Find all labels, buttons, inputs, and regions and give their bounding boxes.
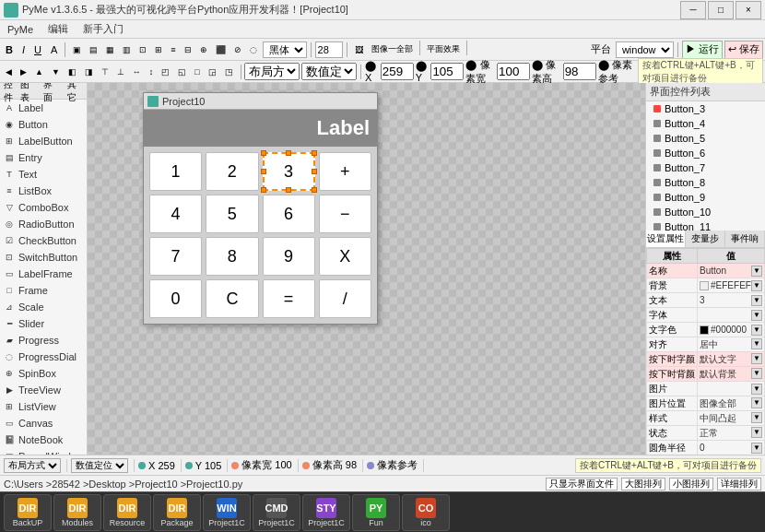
widget-item-treeview[interactable]: ▶ TreeView	[0, 382, 87, 398]
pos-mode-select[interactable]: 数值定位	[301, 63, 357, 80]
project-title-bar[interactable]: Project10	[144, 93, 377, 110]
prop-edit-btn-12[interactable]: ▼	[751, 443, 762, 454]
dock-item-4[interactable]: WIN Project1C	[203, 494, 251, 531]
prop-val-9[interactable]: 图像全部 ▼	[698, 396, 765, 411]
prop-val-5[interactable]: 居中 ▼	[698, 337, 765, 352]
right-widget-item-4[interactable]: Button_7	[646, 160, 765, 175]
small-grid-button[interactable]: 小图排列	[669, 478, 713, 491]
prop-edit-btn-0[interactable]: ▼	[751, 266, 762, 277]
calc-btn-=[interactable]: =	[263, 279, 315, 318]
left-tab-other[interactable]: 其它	[64, 83, 87, 99]
right-widget-item-1[interactable]: Button_4	[646, 116, 765, 131]
widget-item-scale[interactable]: ⊿ Scale	[0, 299, 87, 315]
left-tab-controls[interactable]: 控件	[0, 83, 17, 99]
maximize-button[interactable]: □	[708, 1, 734, 19]
calc-btn-8[interactable]: 8	[206, 237, 258, 276]
widget-item-progressdial[interactable]: ◌ ProgressDial	[0, 349, 87, 365]
tb-icon9[interactable]: ⊕	[196, 41, 211, 59]
dock-item-5[interactable]: CMD Project1C	[253, 494, 300, 531]
tb2-i7[interactable]: ⊤	[98, 63, 112, 81]
canvas-area[interactable]: Project10 Label 123+456−789X0C=/	[88, 83, 645, 455]
tb-icon1[interactable]: ▣	[69, 41, 85, 59]
tb2-i13[interactable]: □	[191, 63, 203, 81]
tb2-i12[interactable]: ◱	[174, 63, 190, 81]
right-widget-item-5[interactable]: Button_8	[646, 175, 765, 190]
menu-beginner[interactable]: 新手入门	[79, 22, 127, 36]
calc-btn-4[interactable]: 4	[149, 195, 202, 233]
prop-val-7[interactable]: 默认背景 ▼	[698, 367, 765, 382]
calc-btn-2[interactable]: 2	[206, 152, 258, 191]
tb-icon8[interactable]: ⊟	[181, 41, 195, 59]
window-select[interactable]: window	[616, 41, 674, 58]
dock-item-0[interactable]: DIR BackUP	[4, 494, 52, 531]
widget-item-button[interactable]: ◉ Button	[0, 116, 87, 133]
align-button[interactable]: A	[47, 41, 61, 59]
widget-item-notebook[interactable]: 📓 NoteBook	[0, 432, 87, 448]
tb-icon2[interactable]: ▤	[86, 41, 101, 59]
tb-icon6[interactable]: ⊞	[151, 41, 166, 59]
left-tab-interface[interactable]: 界面	[40, 83, 63, 99]
widget-item-combobox[interactable]: ▽ ComboBox	[0, 199, 87, 216]
prop-val-1[interactable]: #EFEFEF ▼	[698, 278, 765, 293]
widget-item-progress[interactable]: ▰ Progress	[0, 332, 87, 349]
tb2-i11[interactable]: ◰	[158, 63, 173, 81]
prop-edit-btn-9[interactable]: ▼	[751, 397, 762, 408]
right-widget-item-8[interactable]: Button_11	[646, 219, 765, 231]
tb2-i9[interactable]: ↔	[129, 63, 145, 81]
prop-val-10[interactable]: 中间凸起 ▼	[698, 411, 765, 426]
italic-button[interactable]: I	[18, 41, 29, 59]
tb-icon5[interactable]: ⊡	[135, 41, 150, 59]
widget-item-switchbutton[interactable]: ⊡ SwitchButton	[0, 249, 87, 266]
widget-item-frame[interactable]: □ Frame	[0, 282, 87, 299]
calc-btn-−[interactable]: −	[319, 195, 371, 233]
dock-item-8[interactable]: CO ico	[402, 494, 450, 531]
fullimg-btn[interactable]: 图像一全部	[368, 41, 417, 59]
widget-item-panedwindow[interactable]: ▤ PanedWindow	[0, 448, 87, 455]
prop-edit-btn-2[interactable]: ▼	[751, 295, 762, 306]
calc-btn-5[interactable]: 5	[206, 195, 258, 233]
w-input[interactable]	[497, 63, 530, 80]
calc-btn-6[interactable]: 6	[263, 195, 315, 233]
detail-sort-button[interactable]: 详细排列	[717, 478, 761, 491]
tb2-i5[interactable]: ◧	[65, 63, 80, 81]
y-input[interactable]	[430, 63, 464, 80]
layout-mode-select[interactable]: 布局方式	[244, 63, 300, 80]
close-button[interactable]: ×	[736, 1, 761, 19]
tb-icon11[interactable]: ⊘	[230, 41, 245, 59]
widget-item-slider[interactable]: ━ Slider	[0, 315, 87, 332]
calc-btn-0[interactable]: 0	[149, 279, 202, 318]
prop-edit-btn-1[interactable]: ▼	[751, 280, 762, 291]
tb2-i2[interactable]: ▶	[17, 63, 30, 81]
props-tab-2[interactable]: 事件响	[725, 231, 765, 247]
tb-icon3[interactable]: ▦	[102, 41, 118, 59]
menu-pyme[interactable]: PyMe	[4, 24, 37, 35]
save-button[interactable]: ↩ 保存	[724, 41, 763, 59]
status-layout-select[interactable]: 布局方式	[4, 458, 61, 473]
widget-item-text[interactable]: T Text	[0, 166, 87, 183]
font-size-input[interactable]	[315, 41, 343, 58]
widget-item-radiobutton[interactable]: ◎ RadioButton	[0, 216, 87, 232]
widget-item-listbox[interactable]: ≡ ListBox	[0, 183, 87, 199]
calc-btn-/[interactable]: /	[319, 279, 371, 318]
widget-item-labelbutton[interactable]: ⊞ LabelButton	[0, 133, 87, 149]
widget-item-checkbutton[interactable]: ☑ CheckButton	[0, 232, 87, 249]
dock-item-6[interactable]: STY Project1C	[302, 494, 350, 531]
calc-btn-C[interactable]: C	[206, 279, 258, 318]
right-widget-item-3[interactable]: Button_6	[646, 146, 765, 160]
underline-button[interactable]: U	[30, 41, 45, 59]
right-widget-item-6[interactable]: Button_9	[646, 190, 765, 205]
prop-edit-btn-4[interactable]: ▼	[751, 325, 762, 336]
large-grid-button[interactable]: 大图排列	[621, 478, 665, 491]
font-select[interactable]: 黑体	[263, 41, 307, 58]
tb-icon10[interactable]: ⬛	[212, 41, 230, 59]
right-widget-item-2[interactable]: Button_5	[646, 131, 765, 146]
prop-val-0[interactable]: Button ▼	[698, 264, 765, 278]
props-tab-0[interactable]: 设置属性	[646, 231, 686, 247]
calc-btn-+[interactable]: +	[319, 152, 371, 191]
prop-edit-btn-7[interactable]: ▼	[751, 368, 762, 379]
dock-item-2[interactable]: DIR Resource	[103, 494, 151, 531]
calc-btn-7[interactable]: 7	[149, 237, 202, 276]
prop-edit-btn-6[interactable]: ▼	[751, 353, 762, 364]
tb-icon4[interactable]: ▥	[119, 41, 135, 59]
prop-edit-btn-8[interactable]: ▼	[751, 384, 762, 395]
